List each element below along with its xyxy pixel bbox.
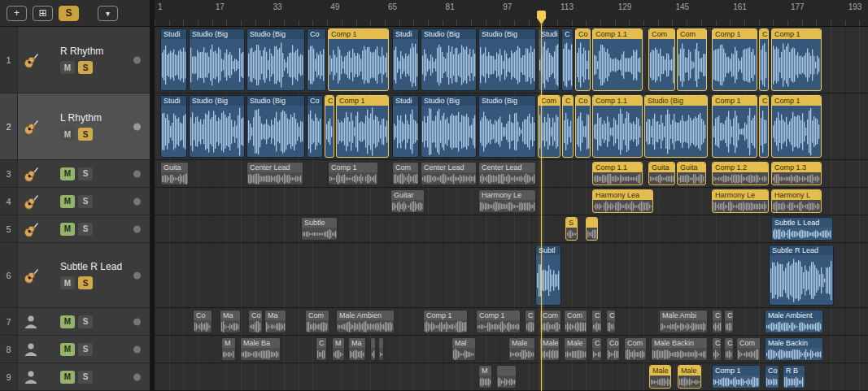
- region[interactable]: Guita: [160, 162, 189, 185]
- region[interactable]: Comp 1: [328, 162, 378, 185]
- duplicate-track-button[interactable]: ⊞: [33, 6, 53, 21]
- track-header-8[interactable]: 8MS: [0, 336, 150, 363]
- region[interactable]: Male: [649, 365, 671, 389]
- region[interactable]: Co: [575, 95, 591, 158]
- region[interactable]: Comp 1.1: [592, 95, 643, 158]
- mute-button[interactable]: M: [60, 343, 75, 356]
- region[interactable]: Male: [508, 337, 535, 361]
- region[interactable]: [586, 217, 598, 241]
- region[interactable]: Comp 1.3: [771, 162, 822, 185]
- mute-button[interactable]: M: [60, 167, 75, 180]
- region[interactable]: C: [525, 310, 535, 333]
- region[interactable]: Harmony Lea: [592, 189, 653, 213]
- region[interactable]: Studi: [392, 28, 419, 91]
- region[interactable]: C: [712, 337, 722, 361]
- region[interactable]: Co: [606, 337, 620, 361]
- region[interactable]: Harmony L: [771, 189, 822, 213]
- region[interactable]: Ma: [348, 337, 366, 361]
- region[interactable]: Studio (Big: [189, 28, 245, 91]
- region[interactable]: Comp 1.1: [592, 28, 643, 91]
- region[interactable]: R B: [783, 365, 805, 389]
- track-header-7[interactable]: 7MS: [0, 308, 150, 336]
- mute-button[interactable]: M: [60, 223, 75, 236]
- mute-button[interactable]: M: [60, 128, 75, 141]
- region[interactable]: Ma: [220, 310, 241, 333]
- solo-button[interactable]: S: [78, 61, 93, 74]
- region[interactable]: Male Backin: [651, 337, 708, 361]
- mute-button[interactable]: M: [60, 315, 75, 328]
- region[interactable]: Studio (Big: [644, 95, 708, 158]
- region[interactable]: C: [591, 337, 602, 361]
- region[interactable]: Guitar: [390, 189, 425, 213]
- region[interactable]: Harmony Le: [712, 189, 769, 213]
- mute-button[interactable]: M: [60, 61, 75, 74]
- solo-button[interactable]: S: [78, 195, 93, 208]
- region[interactable]: Subtle: [301, 217, 338, 241]
- region[interactable]: Co: [575, 28, 591, 91]
- track-header-3[interactable]: 3MS: [0, 160, 150, 188]
- track-enable-dot[interactable]: [133, 56, 141, 63]
- region[interactable]: Male: [678, 365, 701, 389]
- region[interactable]: Male: [539, 337, 560, 361]
- region[interactable]: Studio (Big: [478, 28, 536, 91]
- region[interactable]: Mal: [451, 337, 476, 361]
- region[interactable]: Male: [564, 337, 587, 361]
- region[interactable]: C: [316, 337, 327, 361]
- track-header-5[interactable]: 5MS: [0, 215, 150, 243]
- region[interactable]: S: [565, 217, 578, 241]
- ruler[interactable]: 1173349658197113129145161177193: [155, 0, 868, 27]
- region[interactable]: Guita: [648, 162, 675, 185]
- region[interactable]: Com: [305, 310, 329, 333]
- track-header-2[interactable]: 2L RhythmMS: [0, 93, 150, 160]
- region[interactable]: Comp 1: [328, 28, 389, 91]
- region[interactable]: Studio (Big: [246, 95, 305, 158]
- region[interactable]: [496, 365, 517, 389]
- region[interactable]: Studio (Big: [478, 95, 536, 158]
- solo-button[interactable]: S: [78, 343, 93, 356]
- region[interactable]: [370, 337, 376, 361]
- region[interactable]: Co: [307, 95, 323, 158]
- region[interactable]: Subtle L Lead: [771, 217, 833, 241]
- region[interactable]: Com: [539, 310, 561, 333]
- track-enable-dot[interactable]: [133, 272, 141, 279]
- header-timeline-divider[interactable]: [150, 0, 155, 391]
- region[interactable]: Male Backin: [765, 337, 823, 361]
- region[interactable]: C: [759, 95, 769, 158]
- region[interactable]: Co: [193, 310, 212, 333]
- region[interactable]: Studi: [160, 28, 187, 91]
- region[interactable]: Comp 1: [476, 310, 521, 333]
- region[interactable]: Com: [677, 28, 707, 91]
- region[interactable]: C: [562, 95, 574, 158]
- solo-button[interactable]: S: [78, 128, 93, 141]
- track-header-6[interactable]: 6Subtle R LeadMS: [0, 243, 150, 308]
- region[interactable]: Center Lead: [478, 162, 536, 185]
- region[interactable]: Comp 1: [712, 95, 757, 158]
- region[interactable]: Male Ambient: [765, 310, 823, 333]
- solo-button[interactable]: S: [78, 276, 93, 289]
- track-enable-dot[interactable]: [133, 170, 141, 177]
- region[interactable]: Studio (Big: [246, 28, 305, 91]
- solo-button[interactable]: S: [78, 371, 93, 384]
- mute-button[interactable]: M: [60, 371, 75, 384]
- region[interactable]: Comp 1: [771, 28, 822, 91]
- region[interactable]: Studi: [160, 95, 187, 158]
- track-header-1[interactable]: 1R RhythmMS: [0, 27, 150, 93]
- track-enable-dot[interactable]: [133, 345, 141, 353]
- region[interactable]: Male Ambien: [336, 310, 395, 333]
- region[interactable]: [378, 337, 384, 361]
- track-enable-dot[interactable]: [133, 198, 141, 205]
- region[interactable]: Center Lead: [246, 162, 303, 185]
- region[interactable]: Comp 1: [712, 28, 757, 91]
- region[interactable]: Co: [248, 310, 263, 333]
- region[interactable]: M: [332, 337, 345, 361]
- solo-button[interactable]: S: [78, 167, 93, 180]
- region[interactable]: Studio (Big: [421, 28, 477, 91]
- region[interactable]: Comp 1: [336, 95, 389, 158]
- region[interactable]: Comp 1: [712, 365, 761, 389]
- region[interactable]: Co: [765, 365, 779, 389]
- region[interactable]: C: [724, 310, 734, 333]
- region[interactable]: Harmony Le: [478, 189, 536, 213]
- region[interactable]: C: [712, 310, 722, 333]
- region[interactable]: Com: [564, 310, 587, 333]
- track-enable-dot[interactable]: [133, 373, 141, 380]
